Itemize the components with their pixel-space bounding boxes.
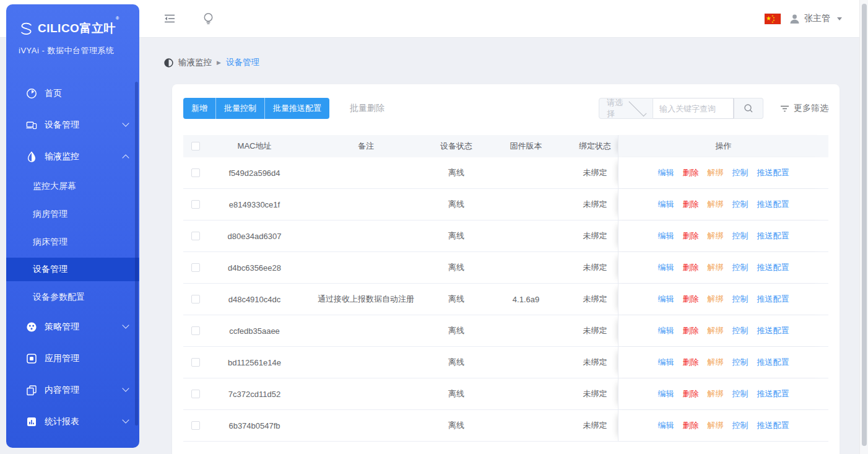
unbind-link[interactable]: 解绑 — [708, 388, 724, 399]
sidebar-item-app-mgmt[interactable]: 应用管理 — [6, 343, 139, 374]
select-all-checkbox[interactable] — [191, 142, 200, 151]
delete-link[interactable]: 删除 — [683, 420, 699, 431]
search-button[interactable] — [734, 98, 763, 119]
cell-actions: 编辑 删除 解绑 控制 推送配置 — [618, 157, 828, 188]
unbind-link[interactable]: 解绑 — [708, 199, 724, 210]
delete-link[interactable]: 删除 — [683, 262, 699, 273]
sidebar-item-report-stats[interactable]: 统计报表 — [6, 406, 139, 437]
row-checkbox[interactable] — [191, 263, 200, 272]
infusion-submenu: 监控大屏幕 病房管理 病床管理 设备管理 设备参数配置 — [6, 172, 139, 311]
edit-link[interactable]: 编辑 — [658, 199, 674, 210]
col-header-status: 设备状态 — [431, 141, 482, 152]
control-link[interactable]: 控制 — [732, 167, 749, 178]
unbind-link[interactable]: 解绑 — [708, 357, 724, 368]
breadcrumb-separator-icon: ▶ — [217, 59, 221, 66]
lightbulb-icon[interactable] — [201, 12, 215, 25]
push-config-link[interactable]: 推送配置 — [757, 230, 789, 242]
sidebar-item-label: 统计报表 — [45, 416, 79, 427]
device-table: MAC地址 备注 设备状态 固件版本 绑定状态 操作 f549d2a596d4 … — [183, 135, 828, 442]
unbind-link[interactable]: 解绑 — [708, 167, 724, 178]
control-link[interactable]: 控制 — [732, 357, 749, 368]
edit-link[interactable]: 编辑 — [658, 420, 674, 431]
apps-icon — [26, 353, 37, 364]
col-header-remark: 备注 — [301, 141, 431, 152]
edit-link[interactable]: 编辑 — [658, 230, 674, 242]
edit-link[interactable]: 编辑 — [658, 325, 674, 336]
edit-link[interactable]: 编辑 — [658, 357, 674, 368]
row-checkbox[interactable] — [191, 232, 200, 240]
window-scrollbar-thumb[interactable] — [862, 4, 867, 446]
col-header-mac: MAC地址 — [208, 141, 301, 152]
keyword-search-input[interactable] — [653, 98, 734, 119]
unbind-link[interactable]: 解绑 — [708, 325, 724, 336]
control-link[interactable]: 控制 — [732, 420, 749, 431]
delete-link[interactable]: 删除 — [683, 167, 699, 178]
edit-link[interactable]: 编辑 — [658, 294, 674, 305]
push-config-link[interactable]: 推送配置 — [757, 199, 789, 210]
primary-button-group: 新增 批量控制 批量推送配置 — [183, 98, 329, 119]
sidebar-subitem-monitor-screen[interactable]: 监控大屏幕 — [6, 172, 139, 200]
push-config-link[interactable]: 推送配置 — [757, 294, 789, 305]
more-filters-button[interactable]: 更多筛选 — [780, 103, 828, 114]
push-config-link[interactable]: 推送配置 — [757, 167, 789, 178]
cell-binding: 未绑定 — [570, 388, 620, 399]
unbind-link[interactable]: 解绑 — [708, 420, 724, 431]
filter-icon — [780, 105, 789, 113]
row-checkbox[interactable] — [191, 390, 200, 398]
collapse-sidebar-icon[interactable] — [163, 12, 176, 25]
row-checkbox[interactable] — [191, 168, 200, 177]
sidebar-item-strategy-mgmt[interactable]: 策略管理 — [6, 311, 139, 343]
row-checkbox[interactable] — [191, 326, 200, 335]
sidebar-subitem-ward-mgmt[interactable]: 病房管理 — [6, 200, 139, 228]
row-checkbox[interactable] — [191, 295, 200, 303]
delete-link[interactable]: 删除 — [683, 294, 699, 305]
batch-push-config-button[interactable]: 批量推送配置 — [265, 98, 329, 119]
push-config-link[interactable]: 推送配置 — [757, 325, 789, 336]
sidebar-item-home[interactable]: 首页 — [6, 77, 139, 109]
china-flag-icon[interactable]: ★ ★ ★ ★ ★ — [765, 14, 781, 24]
row-checkbox[interactable] — [191, 358, 200, 367]
control-link[interactable]: 控制 — [732, 262, 749, 273]
control-link[interactable]: 控制 — [732, 388, 749, 399]
sidebar-item-infusion-monitor[interactable]: 输液监控 — [6, 141, 139, 172]
unbind-link[interactable]: 解绑 — [708, 294, 724, 305]
batch-control-button[interactable]: 批量控制 — [216, 98, 265, 119]
breadcrumb-current[interactable]: 设备管理 — [226, 57, 259, 68]
edit-link[interactable]: 编辑 — [658, 262, 674, 273]
delete-link[interactable]: 删除 — [683, 388, 699, 399]
sidebar-scrollbar-thumb[interactable] — [135, 82, 138, 426]
sidebar-item-content-mgmt[interactable]: 内容管理 — [6, 374, 139, 406]
unbind-link[interactable]: 解绑 — [708, 262, 724, 273]
sidebar-subitem-device-param-config[interactable]: 设备参数配置 — [6, 283, 139, 311]
chevron-down-icon — [122, 385, 129, 391]
control-link[interactable]: 控制 — [732, 230, 749, 242]
control-link[interactable]: 控制 — [732, 325, 749, 336]
push-config-link[interactable]: 推送配置 — [757, 388, 789, 399]
row-checkbox[interactable] — [191, 421, 200, 430]
push-config-link[interactable]: 推送配置 — [757, 420, 789, 431]
edit-link[interactable]: 编辑 — [658, 388, 674, 399]
user-menu[interactable]: 张主管 — [789, 13, 842, 24]
unbind-link[interactable]: 解绑 — [708, 230, 724, 242]
batch-delete-button[interactable]: 批量删除 — [350, 103, 384, 114]
row-checkbox[interactable] — [191, 200, 200, 209]
push-config-link[interactable]: 推送配置 — [757, 357, 789, 368]
cell-mac: bd112561e14e — [208, 358, 301, 367]
filter-select[interactable]: 请选择 — [599, 98, 653, 119]
sidebar-subitem-bed-mgmt[interactable]: 病床管理 — [6, 228, 139, 256]
control-link[interactable]: 控制 — [732, 199, 749, 210]
table-row: d48c4910c4dc 通过接收上报数据自动注册 离线 4.1.6a9 未绑定… — [183, 284, 828, 315]
cell-actions: 编辑 删除 解绑 控制 推送配置 — [618, 252, 828, 283]
delete-link[interactable]: 删除 — [683, 199, 699, 210]
delete-link[interactable]: 删除 — [683, 230, 699, 242]
add-button[interactable]: 新增 — [183, 98, 216, 119]
edit-link[interactable]: 编辑 — [658, 167, 674, 178]
delete-link[interactable]: 删除 — [683, 357, 699, 368]
sidebar-item-device-mgmt[interactable]: 设备管理 — [6, 109, 139, 141]
cell-binding: 未绑定 — [570, 167, 620, 178]
delete-link[interactable]: 删除 — [683, 325, 699, 336]
control-link[interactable]: 控制 — [732, 294, 749, 305]
window-scrollbar[interactable] — [859, 0, 868, 454]
sidebar-subitem-device-mgmt-active[interactable]: 设备管理 — [6, 258, 139, 281]
push-config-link[interactable]: 推送配置 — [757, 262, 789, 273]
